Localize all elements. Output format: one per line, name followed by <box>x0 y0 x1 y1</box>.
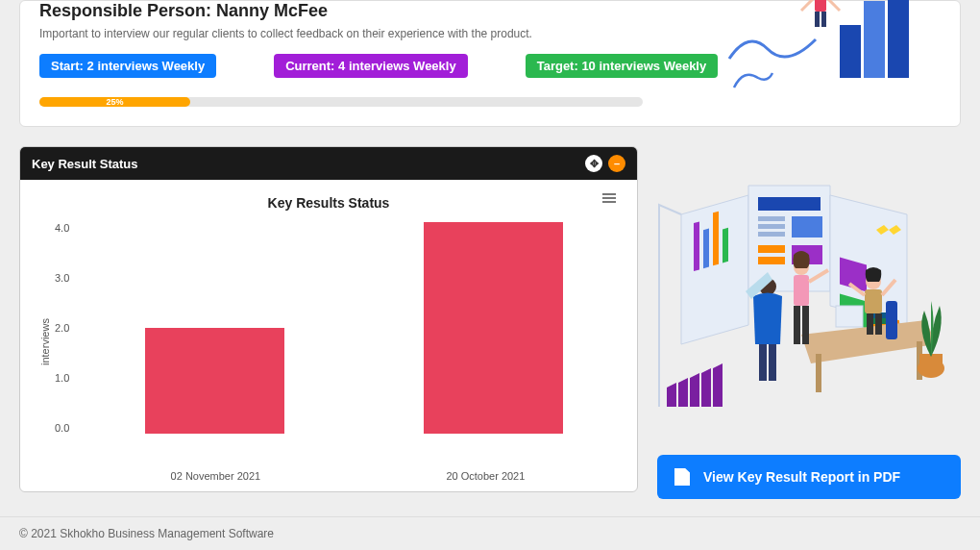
svg-rect-4 <box>815 0 826 12</box>
chart-ylabel: interviews <box>39 222 51 462</box>
expand-icon[interactable]: ✥ <box>585 155 602 172</box>
progress-fill: 25% <box>39 97 190 107</box>
svg-rect-30 <box>816 354 821 392</box>
svg-rect-32 <box>836 306 863 327</box>
title-label: Responsible Person: <box>39 1 211 20</box>
ytick: 1.0 <box>55 372 69 384</box>
chart-panel-title: Key Result Status <box>32 157 138 171</box>
chart-panel: Key Result Status ✥ – Key Results Status… <box>19 146 638 492</box>
svg-rect-21 <box>792 216 822 238</box>
ytick: 0.0 <box>55 422 69 434</box>
svg-rect-49 <box>875 313 882 335</box>
svg-marker-62 <box>713 363 723 407</box>
xtick: 20 October 2021 <box>446 470 525 482</box>
chart-body: Key Results Status interviews 4.0 3.0 2.… <box>20 180 637 491</box>
xtick: 02 November 2021 <box>171 470 261 482</box>
svg-rect-40 <box>794 275 809 306</box>
svg-rect-1 <box>864 1 885 78</box>
svg-rect-6 <box>821 12 826 27</box>
svg-rect-18 <box>758 216 785 221</box>
svg-rect-22 <box>758 245 785 253</box>
svg-marker-59 <box>678 378 688 407</box>
ytick: 3.0 <box>55 272 69 284</box>
svg-rect-2 <box>888 0 909 78</box>
svg-rect-12 <box>694 221 699 271</box>
chart-yaxis: 4.0 3.0 2.0 1.0 0.0 <box>55 222 77 434</box>
start-badge: Start: 2 interviews Weekly <box>39 54 216 78</box>
svg-rect-20 <box>758 232 785 237</box>
chart-panel-header: Key Result Status ✥ – <box>20 147 637 180</box>
footer-text: © 2021 Skhokho Business Management Softw… <box>19 527 274 540</box>
svg-rect-19 <box>758 224 785 229</box>
svg-marker-61 <box>701 368 711 407</box>
svg-marker-58 <box>667 383 676 407</box>
svg-line-7 <box>801 0 815 11</box>
view-pdf-button[interactable]: View Key Result Report in PDF <box>657 455 961 499</box>
svg-rect-0 <box>840 25 861 78</box>
svg-marker-60 <box>690 373 699 407</box>
progress-bar: 25% <box>39 97 643 107</box>
title-name: Nanny McFee <box>216 1 328 20</box>
svg-rect-5 <box>815 12 820 27</box>
svg-rect-48 <box>867 313 873 335</box>
key-result-card: Responsible Person: Nanny McFee Importan… <box>19 0 961 127</box>
footer: © 2021 Skhokho Business Management Softw… <box>0 516 980 550</box>
progress-percent: 25% <box>106 97 123 107</box>
svg-rect-23 <box>758 257 785 264</box>
right-column: View Key Result Report in PDF <box>657 176 961 499</box>
current-badge: Current: 4 interviews Weekly <box>274 54 468 78</box>
svg-rect-37 <box>769 344 776 381</box>
svg-rect-14 <box>713 212 719 266</box>
chart-xaxis: 02 November 2021 20 October 2021 <box>39 470 618 482</box>
panel-header-icons: ✥ – <box>585 155 625 172</box>
chart-bar <box>145 328 284 434</box>
chart-bars <box>77 222 618 434</box>
svg-rect-45 <box>865 289 882 313</box>
collapse-icon[interactable]: – <box>608 155 625 172</box>
svg-line-8 <box>826 0 840 11</box>
svg-rect-50 <box>886 301 897 339</box>
chart-menu-icon[interactable] <box>602 193 616 203</box>
chart-title: Key Results Status <box>39 195 618 211</box>
ytick: 2.0 <box>55 322 69 334</box>
svg-rect-42 <box>802 306 809 344</box>
svg-rect-13 <box>703 229 709 269</box>
svg-rect-36 <box>759 344 767 381</box>
top-illustration <box>720 0 941 97</box>
svg-rect-17 <box>758 197 821 211</box>
pdf-button-label: View Key Result Report in PDF <box>703 469 900 485</box>
svg-rect-41 <box>794 306 800 344</box>
chart-bar <box>424 222 563 434</box>
file-icon <box>674 468 690 486</box>
svg-rect-15 <box>723 228 728 263</box>
ytick: 4.0 <box>55 222 69 234</box>
target-badge: Target: 10 interviews Weekly <box>526 54 719 78</box>
chart-plot-area: interviews 4.0 3.0 2.0 1.0 0.0 <box>39 222 618 462</box>
right-illustration <box>657 176 961 426</box>
